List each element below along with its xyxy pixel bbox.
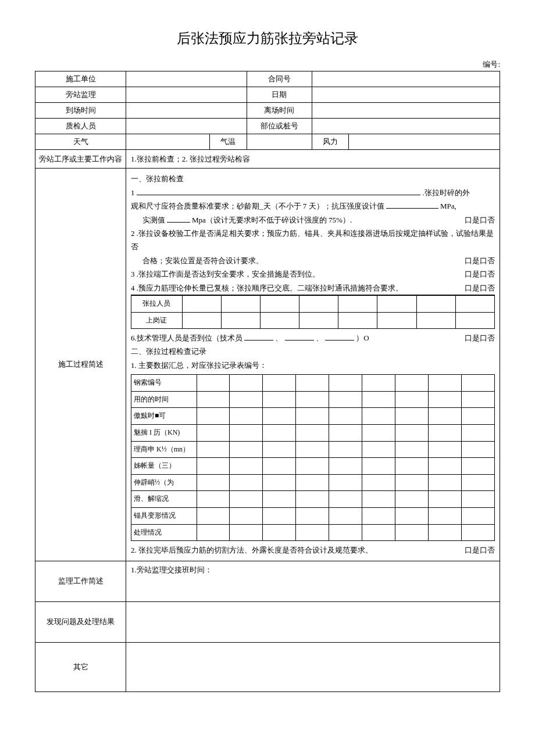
cell[interactable] xyxy=(462,458,495,475)
cell[interactable] xyxy=(362,408,395,425)
yesno-p2[interactable]: 口是口否 xyxy=(465,543,495,557)
cell[interactable] xyxy=(329,425,362,442)
cell[interactable] xyxy=(182,295,221,312)
temperature-value[interactable] xyxy=(247,134,312,150)
cell[interactable] xyxy=(296,508,329,525)
cell[interactable] xyxy=(395,474,429,491)
cell[interactable] xyxy=(296,458,329,475)
cell[interactable] xyxy=(221,312,260,329)
cell[interactable] xyxy=(230,491,263,508)
cell[interactable] xyxy=(329,441,362,458)
cell[interactable] xyxy=(263,375,296,392)
cell[interactable] xyxy=(395,458,429,475)
cell[interactable] xyxy=(299,295,338,312)
cell[interactable] xyxy=(429,425,462,442)
cell[interactable] xyxy=(455,312,494,329)
cell[interactable] xyxy=(429,441,462,458)
cell[interactable] xyxy=(377,295,416,312)
cell[interactable] xyxy=(462,375,495,392)
yesno-2[interactable]: 口是口否 xyxy=(465,254,495,267)
issues-content[interactable] xyxy=(126,601,500,642)
cell[interactable] xyxy=(263,425,296,442)
construction-unit-value[interactable] xyxy=(126,71,247,87)
cell[interactable] xyxy=(395,508,429,525)
cell[interactable] xyxy=(429,474,462,491)
cell[interactable] xyxy=(296,408,329,425)
cell[interactable] xyxy=(362,425,395,442)
blank-tech2[interactable] xyxy=(285,340,314,341)
cell[interactable] xyxy=(197,524,230,541)
yesno-4[interactable]: 口是口否 xyxy=(465,281,495,295)
blank-tech1[interactable] xyxy=(244,340,273,341)
cell[interactable] xyxy=(230,408,263,425)
cell[interactable] xyxy=(296,524,329,541)
cell[interactable] xyxy=(329,391,362,408)
cell[interactable] xyxy=(462,508,495,525)
cell[interactable] xyxy=(230,474,263,491)
cell[interactable] xyxy=(416,312,455,329)
cell[interactable] xyxy=(362,441,395,458)
cell[interactable] xyxy=(263,491,296,508)
weather-value[interactable] xyxy=(126,134,210,150)
cell[interactable] xyxy=(230,524,263,541)
cell[interactable] xyxy=(329,408,362,425)
arrival-value[interactable] xyxy=(126,103,247,119)
supervision-content[interactable]: 1.旁站监理交接班时间： xyxy=(126,561,500,601)
other-content[interactable] xyxy=(126,642,500,691)
cell[interactable] xyxy=(416,295,455,312)
cell[interactable] xyxy=(197,441,230,458)
blank-strength[interactable] xyxy=(386,208,438,209)
cell[interactable] xyxy=(395,408,429,425)
cell[interactable] xyxy=(429,375,462,392)
cell[interactable] xyxy=(182,312,221,329)
cell[interactable] xyxy=(197,425,230,442)
cell[interactable] xyxy=(296,441,329,458)
cell[interactable] xyxy=(395,425,429,442)
blank-line[interactable] xyxy=(137,195,420,195)
part-pile-value[interactable] xyxy=(312,119,500,134)
cell[interactable] xyxy=(197,408,230,425)
cell[interactable] xyxy=(362,474,395,491)
cell[interactable] xyxy=(230,375,263,392)
cell[interactable] xyxy=(329,508,362,525)
cell[interactable] xyxy=(263,391,296,408)
cell[interactable] xyxy=(362,375,395,392)
cell[interactable] xyxy=(230,458,263,475)
cell[interactable] xyxy=(329,458,362,475)
cell[interactable] xyxy=(362,508,395,525)
cell[interactable] xyxy=(338,295,377,312)
cell[interactable] xyxy=(429,491,462,508)
cell[interactable] xyxy=(263,441,296,458)
cell[interactable] xyxy=(462,408,495,425)
cell[interactable] xyxy=(395,491,429,508)
cell[interactable] xyxy=(197,458,230,475)
cell[interactable] xyxy=(197,375,230,392)
cell[interactable] xyxy=(230,425,263,442)
cell[interactable] xyxy=(377,312,416,329)
blank-tech3[interactable] xyxy=(325,340,354,341)
cell[interactable] xyxy=(230,441,263,458)
cell[interactable] xyxy=(263,458,296,475)
cell[interactable] xyxy=(338,312,377,329)
cell[interactable] xyxy=(429,458,462,475)
cell[interactable] xyxy=(230,508,263,525)
cell[interactable] xyxy=(455,295,494,312)
contract-no-value[interactable] xyxy=(312,71,500,87)
yesno-1[interactable]: 口是口否 xyxy=(465,213,495,227)
cell[interactable] xyxy=(395,375,429,392)
cell[interactable] xyxy=(362,458,395,475)
date-value[interactable] xyxy=(312,87,500,103)
cell[interactable] xyxy=(429,508,462,525)
cell[interactable] xyxy=(329,491,362,508)
cell[interactable] xyxy=(260,295,299,312)
cell[interactable] xyxy=(260,312,299,329)
cell[interactable] xyxy=(395,441,429,458)
blank-measured[interactable] xyxy=(167,222,190,223)
cell[interactable] xyxy=(329,474,362,491)
cell[interactable] xyxy=(362,524,395,541)
cell[interactable] xyxy=(299,312,338,329)
cell[interactable] xyxy=(395,524,429,541)
cell[interactable] xyxy=(197,508,230,525)
wind-value[interactable] xyxy=(349,134,500,150)
cell[interactable] xyxy=(429,391,462,408)
